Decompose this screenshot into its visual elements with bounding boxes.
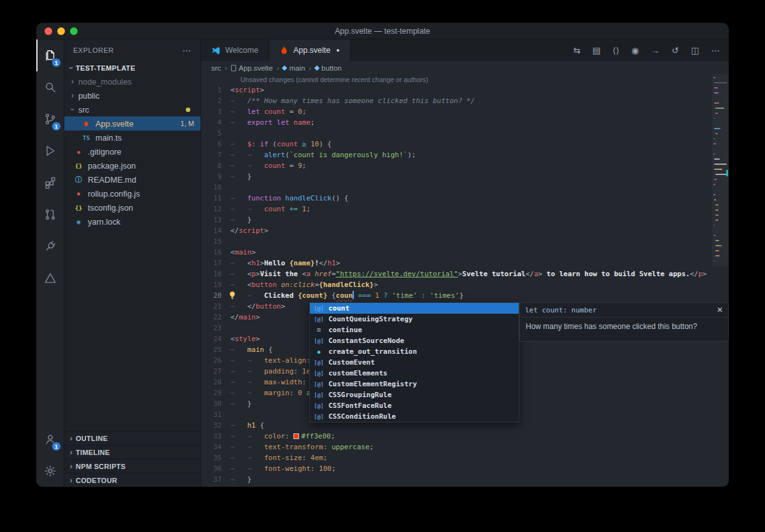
- file-row-tsconfig.json[interactable]: {}tsconfig.json: [64, 200, 200, 214]
- toggle-blame-icon[interactable]: ⟨⟩: [613, 45, 620, 55]
- activity-item-remote-explorer[interactable]: [36, 230, 64, 262]
- file-row-readme.md[interactable]: ⓘREADME.md: [64, 172, 200, 186]
- file-row-.gitignore[interactable]: ◆.gitignore: [64, 144, 200, 158]
- suggestion-CSSConditionRule[interactable]: [@]CSSConditionRule: [310, 411, 519, 422]
- open-preview-icon[interactable]: ▤: [593, 45, 601, 55]
- file-row-app.svelte[interactable]: App.svelte1, M: [64, 116, 200, 130]
- minimap-line: [715, 204, 719, 206]
- activity-item-explorer[interactable]: 1: [36, 39, 64, 71]
- code-line-5[interactable]: 5: [201, 128, 729, 139]
- breadcrumb-src[interactable]: src: [211, 64, 221, 72]
- sidebar-bottom-sections: ›OUTLINE›TIMELINE›NPM SCRIPTS›CODETOUR: [64, 431, 200, 487]
- code-line-9[interactable]: 9→ }: [201, 171, 729, 182]
- activity-item-source-control[interactable]: 1: [36, 103, 64, 135]
- commit-graph-icon[interactable]: ◉: [631, 45, 639, 55]
- code-line-11[interactable]: 11→ function handleClick() {: [201, 193, 729, 204]
- activity-item-search[interactable]: [36, 71, 64, 103]
- code-line-10[interactable]: 10: [201, 182, 729, 193]
- code-token: >: [251, 248, 256, 256]
- code-line-4[interactable]: 4→ export let name;: [201, 117, 729, 128]
- activity-item-run-debug[interactable]: [36, 135, 64, 167]
- line-number: 16: [201, 247, 230, 258]
- code-line-2[interactable]: 2→ /** How many times has someone clicke…: [201, 95, 729, 106]
- line-number: 15: [201, 236, 230, 247]
- code-line-20[interactable]: 20→ → Clicked {count} {coun === 1 ? 'tim…: [201, 290, 729, 301]
- code-line-34[interactable]: 34→ → text-transform: uppercase;: [201, 442, 729, 452]
- go-forward-icon[interactable]: →: [651, 46, 660, 55]
- code-line-33[interactable]: 33→ → color: #ff3e00;: [201, 431, 729, 442]
- code-line-6[interactable]: 6→ $: if (count ≥ 10) {: [201, 139, 729, 150]
- code-line-36[interactable]: 36→ → font-weight: 100;: [201, 463, 729, 474]
- suggestion-customElements[interactable]: [@]customElements: [310, 368, 519, 379]
- close-window-button[interactable]: [45, 27, 52, 35]
- code-line-13[interactable]: 13→ }: [201, 214, 729, 225]
- suggestion-CSSGroupingRule[interactable]: [@]CSSGroupingRule: [310, 389, 519, 400]
- sidebar-section-timeline[interactable]: ›TIMELINE: [64, 445, 200, 459]
- code-token: </: [526, 270, 534, 278]
- suggestion-CSSFontFaceRule[interactable]: [@]CSSFontFaceRule: [310, 400, 519, 411]
- breadcrumb-main[interactable]: main: [283, 64, 305, 72]
- file-row-package.json[interactable]: {}package.json: [64, 158, 200, 172]
- breadcrumb-button[interactable]: button: [315, 64, 342, 72]
- file-row-src[interactable]: ›src: [64, 102, 200, 116]
- explorer-actions-button[interactable]: ⋯: [183, 45, 192, 55]
- file-row-node_modules[interactable]: ›node_modules: [64, 74, 200, 88]
- code-line-35[interactable]: 35→ → font-size: 4em;: [201, 452, 729, 463]
- history-icon[interactable]: ↺: [671, 45, 678, 55]
- code-line-37[interactable]: 37→ }: [201, 474, 729, 485]
- suggestion-count[interactable]: [@]count: [310, 303, 519, 314]
- quick-fix-lightbulb-icon[interactable]: [228, 291, 237, 300]
- suggestion-CountQueuingStrategy[interactable]: [@]CountQueuingStrategy: [310, 314, 519, 325]
- suggestion-CustomEvent[interactable]: [@]CustomEvent: [310, 357, 519, 368]
- activity-item-github-pull-requests[interactable]: [36, 199, 64, 230]
- code-line-8[interactable]: 8→ → count = 9;: [201, 160, 729, 171]
- code-line-7[interactable]: 7→ → alert(`count is dangerously high!`)…: [201, 150, 729, 160]
- titlebar[interactable]: App.svelte — test-template: [36, 23, 729, 39]
- sidebar-section-outline[interactable]: ›OUTLINE: [64, 431, 200, 445]
- code-token: [354, 291, 358, 300]
- project-root-row[interactable]: › TEST-TEMPLATE: [64, 61, 200, 74]
- code-line-15[interactable]: 15: [201, 236, 729, 247]
- settings-icon: [43, 464, 57, 478]
- activity-item-extensions[interactable]: [36, 167, 64, 199]
- code-line-17[interactable]: 17→ <h1>Hello {name}!</h1>: [201, 258, 729, 269]
- tab-welcome[interactable]: Welcome: [201, 39, 269, 61]
- split-editor-icon[interactable]: ◫: [691, 45, 699, 55]
- sidebar-section-npm-scripts[interactable]: ›NPM SCRIPTS: [64, 459, 200, 473]
- code-token: color: [264, 432, 285, 440]
- rollup-file-icon: ●: [73, 191, 84, 197]
- code-text: <main>: [230, 247, 256, 258]
- code-token: >: [260, 86, 264, 94]
- minimap[interactable]: [712, 74, 729, 487]
- minimize-window-button[interactable]: [57, 27, 65, 35]
- code-token: →: [230, 216, 248, 224]
- file-row-rollup.config.js[interactable]: ●rollup.config.js: [64, 186, 200, 200]
- file-row-main.ts[interactable]: TSmain.ts: [64, 130, 200, 144]
- code-editor[interactable]: Unsaved changes (cannot determine recent…: [201, 74, 729, 487]
- activity-item-azure[interactable]: [36, 262, 64, 294]
- breadcrumb-app-svelte[interactable]: App.svelte: [231, 64, 273, 72]
- suggestion-continue[interactable]: ≡continue: [310, 325, 519, 335]
- file-row-public[interactable]: ›public: [64, 88, 200, 102]
- close-icon[interactable]: ✕: [717, 305, 723, 314]
- zoom-window-button[interactable]: [70, 27, 78, 35]
- code-line-16[interactable]: 16<main>: [201, 247, 729, 258]
- activity-item-settings[interactable]: [36, 455, 64, 487]
- code-line-14[interactable]: 14</script>: [201, 225, 729, 236]
- code-line-19[interactable]: 19→ <button on:click={handleClick}>: [201, 279, 729, 290]
- suggestion-ConstantSourceNode[interactable]: [@]ConstantSourceNode: [310, 335, 519, 346]
- sidebar-section-codetour[interactable]: ›CODETOUR: [64, 473, 200, 487]
- code-line-3[interactable]: 3→ let count = 0;: [201, 106, 729, 117]
- code-line-12[interactable]: 12→ → count += 1;: [201, 204, 729, 214]
- line-number: 17: [201, 258, 230, 269]
- suggestion-CustomElementRegistry[interactable]: [@]CustomElementRegistry: [310, 379, 519, 389]
- suggestion-create_out_transition[interactable]: ◆create_out_transition: [310, 346, 519, 357]
- more-actions-icon[interactable]: ⋯: [712, 45, 720, 55]
- open-changes-icon[interactable]: ⇆: [573, 45, 580, 55]
- code-line-18[interactable]: 18→ <p>Visit the <a href="https://svelte…: [201, 269, 729, 279]
- code-line-1[interactable]: 1<script>: [201, 85, 729, 95]
- activity-item-accounts[interactable]: 1: [36, 423, 64, 455]
- code-token: >: [260, 259, 264, 267]
- tab-app-svelte[interactable]: App.svelte●: [269, 39, 351, 61]
- file-row-yarn.lock[interactable]: ◉yarn.lock: [64, 214, 200, 228]
